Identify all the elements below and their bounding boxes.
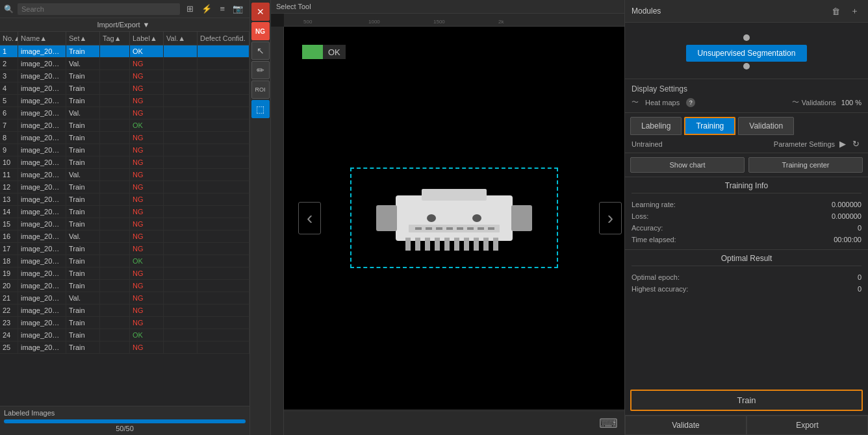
table-row[interactable]: 1 image_2023-04-... Train OK (0, 45, 249, 58)
next-image-arrow[interactable]: › (599, 202, 622, 234)
tab-labeling[interactable]: Labeling (630, 117, 682, 135)
table-row[interactable]: 5 image_2023-04-... Train NG (0, 95, 249, 107)
time-elapsed-value: 00:00:00 (810, 236, 862, 243)
cell-label: NG (130, 206, 164, 218)
table-row[interactable]: 3 image_2023-04-... Train NG (0, 70, 249, 82)
parameter-settings-btn[interactable]: ▶ (837, 139, 848, 149)
cell-val (164, 267, 198, 279)
cell-name: image_2023-04-... (18, 230, 66, 242)
cell-label: NG (130, 58, 164, 69)
table-row[interactable]: 23 image_2023-04-... Train NG (0, 317, 249, 329)
progress-bar-container (4, 419, 246, 423)
show-chart-btn[interactable]: Show chart (630, 157, 745, 173)
table-row[interactable]: 18 image_2023-04-... Train OK (0, 255, 249, 267)
cell-no: 16 (0, 230, 18, 242)
table-row[interactable]: 10 image_2023-04-... Train NG (0, 156, 249, 169)
tab-validation[interactable]: Validation (738, 117, 794, 135)
cell-set: Train (66, 82, 100, 94)
unsupervised-segmentation-btn[interactable]: Unsupervised Segmentation (686, 45, 808, 62)
table-row[interactable]: 20 image_2023-04-... Train NG (0, 280, 249, 292)
table-row[interactable]: 9 image_2023-04-... Train NG (0, 144, 249, 156)
refresh-btn[interactable]: ↻ (850, 139, 862, 149)
table-row[interactable]: 22 image_2023-04-... Train NG (0, 304, 249, 317)
time-elapsed-label: Time elapsed: (632, 236, 676, 243)
table-row[interactable]: 25 image_2023-04-... Train NG (0, 342, 249, 354)
tab-training[interactable]: Training (684, 117, 735, 135)
cell-name: image_2023-04-... (18, 304, 66, 316)
table-row[interactable]: 14 image_2023-04-... Train NG (0, 206, 249, 218)
table-row[interactable]: 15 image_2023-04-... Train NG (0, 218, 249, 230)
cell-tag (100, 107, 130, 119)
cell-defect (198, 156, 249, 168)
display-settings-title: Display Settings (632, 84, 862, 93)
ruler-tick-1: 1000 (368, 19, 380, 25)
learning-rate-label: Learning rate: (632, 201, 676, 208)
table-row[interactable]: 12 image_2023-04-... Train NG (0, 181, 249, 193)
training-center-btn[interactable]: Training center (748, 157, 863, 173)
optimal-epoch-value: 0 (810, 273, 862, 281)
delete-module-btn[interactable]: 🗑 (829, 4, 843, 18)
box-tool-btn[interactable]: ⬚ (251, 100, 270, 118)
table-row[interactable]: 17 image_2023-04-... Train NG (0, 243, 249, 255)
help-icon: ? (686, 98, 695, 107)
bottom-bar: Labeled Images 50/50 (0, 406, 249, 435)
brush-tool-btn[interactable]: ✏ (251, 61, 270, 79)
table-row[interactable]: 19 image_2023-04-... Train NG (0, 267, 249, 280)
table-row[interactable]: 8 image_2023-04-... Train NG (0, 132, 249, 144)
canvas-content: 500 1000 1500 2k OK ‹ (271, 14, 624, 435)
time-elapsed-row: Time elapsed: 00:00:00 (632, 234, 862, 245)
cell-no: 25 (0, 342, 18, 353)
cell-name: image_2023-04-... (18, 107, 66, 119)
search-icons: ⊞ ⚡ ≡ 📷 (184, 3, 246, 15)
table-row[interactable]: 4 image_2023-04-... Train NG (0, 82, 249, 95)
display-row: 〜 Heat maps ? 〜 Validations 100 % (632, 97, 862, 107)
cell-name: image_2023-04-... (18, 45, 66, 57)
cell-name: image_2023-04-... (18, 95, 66, 106)
cell-defect (198, 255, 249, 267)
cell-tag (100, 156, 130, 168)
add-module-btn[interactable]: ＋ (848, 4, 862, 18)
modules-header-icons: 🗑 ＋ (829, 4, 862, 18)
export-button[interactable]: Export (747, 416, 868, 435)
table-row[interactable]: 11 image_2023-04-... Val. NG (0, 169, 249, 181)
col-tag: Tag▲ (100, 32, 130, 45)
table-row[interactable]: 7 image_2023-04-... Train OK (0, 119, 249, 132)
training-info-section: Training Info Learning rate: 0.000000 Lo… (625, 177, 868, 249)
cell-label: NG (130, 218, 164, 230)
cell-name: image_2023-04-... (18, 82, 66, 94)
table-row[interactable]: 13 image_2023-04-... Train NG (0, 193, 249, 206)
select-tool-btn[interactable]: ↖ (251, 42, 270, 60)
cell-set: Train (66, 119, 100, 131)
table-row[interactable]: 24 image_2023-04-... Train OK (0, 329, 249, 342)
cell-defect (198, 329, 249, 341)
cell-defect (198, 317, 249, 329)
grid-view-icon[interactable]: ⊞ (184, 3, 196, 15)
table-body: 1 image_2023-04-... Train OK 2 image_202… (0, 45, 249, 406)
table-row[interactable]: 6 image_2023-04-... Val. NG (0, 107, 249, 119)
filter-icon[interactable]: ⚡ (199, 3, 214, 15)
keyboard-icon[interactable]: ⌨ (599, 416, 618, 431)
table-row[interactable]: 2 image_2023-04-... Val. NG (0, 58, 249, 70)
train-button[interactable]: Train (630, 390, 863, 411)
training-info-title: Training Info (632, 181, 862, 193)
cell-no: 7 (0, 119, 18, 131)
ok-badge: OK (302, 45, 346, 59)
ng-button[interactable]: NG (251, 22, 270, 40)
table-row[interactable]: 16 image_2023-04-... Val. NG (0, 230, 249, 243)
col-label: Label▲ (130, 32, 164, 45)
search-input[interactable] (18, 3, 180, 15)
roi-tool-btn[interactable]: ROI (251, 81, 270, 99)
spacer (625, 299, 868, 386)
cell-val (164, 218, 198, 230)
table-row[interactable]: 21 image_2023-04-... Val. NG (0, 292, 249, 304)
col-name: Name▲ (18, 32, 66, 45)
list-view-icon[interactable]: ≡ (217, 3, 227, 15)
cell-name: image_2023-04-... (18, 58, 66, 69)
validate-button[interactable]: Validate (625, 416, 747, 435)
close-button[interactable]: ✕ (251, 3, 270, 21)
cell-defect (198, 107, 249, 119)
import-icon[interactable]: 📷 (230, 3, 246, 15)
training-status-row: Untrained Parameter Settings ▶ ↻ (625, 135, 868, 153)
module-node-area: Unsupervised Segmentation (625, 23, 868, 79)
import-export-bar[interactable]: Import/Export ▼ (0, 18, 249, 32)
